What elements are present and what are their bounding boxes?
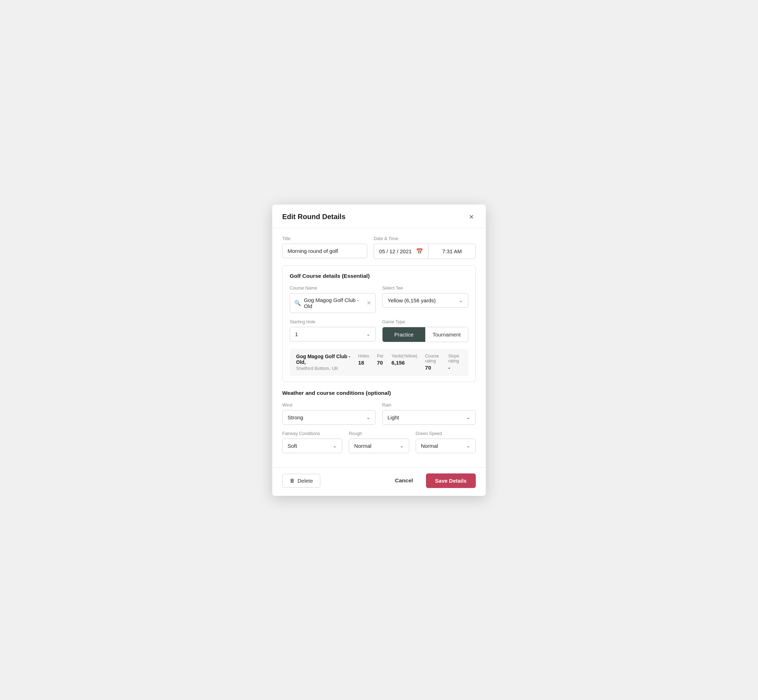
course-info-box: Gog Magog Golf Club - Old, Shelford Bott… (290, 348, 468, 376)
stat-holes: Holes 18 (359, 353, 370, 370)
select-tee-dropdown[interactable]: Yellow (6,156 yards) ⌄ (382, 293, 468, 308)
weather-section-title: Weather and course conditions (optional) (282, 390, 476, 396)
slope-rating-value: - (448, 364, 450, 370)
date-field[interactable]: 05 / 12 / 2021 📅 (374, 244, 429, 259)
yards-label: Yards(Yellow) (392, 353, 417, 359)
course-name-value: Gog Magog Golf Club - Old (304, 297, 364, 309)
course-rating-value: 70 (425, 364, 431, 370)
title-label: Title (282, 236, 367, 241)
game-type-label: Game Type (382, 319, 468, 324)
stat-course-rating: Course rating 70 (425, 353, 440, 370)
starting-hole-dropdown[interactable]: 1 ⌄ (290, 327, 376, 341)
practice-button[interactable]: Practice (382, 327, 425, 342)
delete-label: Delete (298, 478, 313, 484)
time-field[interactable]: 7:31 AM (429, 244, 475, 259)
wind-group: Wind Strong ⌄ (282, 403, 376, 425)
chevron-down-icon: ⌄ (459, 297, 463, 303)
green-speed-label: Green Speed (416, 431, 476, 436)
starting-hole-label: Starting Hole (290, 319, 376, 324)
rain-value: Light (388, 414, 399, 420)
rough-dropdown[interactable]: Normal ⌄ (349, 439, 409, 453)
datetime-label: Date & Time (374, 236, 476, 241)
course-rating-label: Course rating (425, 353, 440, 364)
date-value: 05 / 12 / 2021 (379, 248, 412, 254)
edit-round-modal: Edit Round Details × Title Date & Time 0… (272, 205, 486, 496)
par-value: 70 (377, 359, 383, 366)
cancel-button[interactable]: Cancel (389, 474, 419, 487)
course-name-group: Course Name 🔍 Gog Magog Golf Club - Old … (290, 286, 376, 313)
rain-label: Rain (382, 403, 476, 408)
stat-par: Par 70 (377, 353, 384, 370)
save-button[interactable]: Save Details (426, 473, 476, 488)
select-tee-value: Yellow (6,156 yards) (388, 297, 435, 303)
green-speed-group: Green Speed Normal ⌄ (416, 431, 476, 453)
chevron-down-icon-rough: ⌄ (399, 443, 404, 448)
holes-value: 18 (359, 359, 365, 366)
wind-rain-row: Wind Strong ⌄ Rain Light ⌄ (282, 403, 476, 425)
select-tee-group: Select Tee Yellow (6,156 yards) ⌄ (382, 286, 468, 313)
time-value: 7:31 AM (442, 248, 462, 254)
starting-hole-group: Starting Hole 1 ⌄ (290, 319, 376, 342)
wind-value: Strong (288, 414, 303, 420)
game-type-group: Game Type Practice Tournament (382, 319, 468, 342)
modal-title: Edit Round Details (282, 213, 346, 221)
fairway-value: Soft (288, 443, 297, 449)
calendar-icon: 📅 (416, 248, 423, 255)
green-speed-value: Normal (421, 443, 438, 449)
course-tee-row: Course Name 🔍 Gog Magog Golf Club - Old … (290, 286, 468, 313)
title-input[interactable] (282, 244, 367, 258)
chevron-down-icon-fairway: ⌄ (333, 443, 337, 448)
stat-slope-rating: Slope rating - (448, 353, 462, 370)
tournament-button[interactable]: Tournament (425, 327, 468, 342)
delete-button[interactable]: 🗑 Delete (282, 474, 320, 488)
fairway-group: Fairway Conditions Soft ⌄ (282, 431, 342, 453)
golf-course-section: Golf Course details (Essential) Course N… (282, 266, 476, 382)
chevron-down-icon-hole: ⌄ (366, 331, 370, 337)
search-icon: 🔍 (294, 300, 301, 306)
datetime-group: Date & Time 05 / 12 / 2021 📅 7:31 AM (374, 236, 476, 259)
title-group: Title (282, 236, 367, 259)
trash-icon: 🗑 (290, 478, 294, 483)
course-name-label: Course Name (290, 286, 376, 291)
chevron-down-icon-rain: ⌄ (466, 414, 470, 420)
course-info-name: Gog Magog Golf Club - Old, (296, 353, 351, 365)
hole-gametype-row: Starting Hole 1 ⌄ Game Type Practice Tou… (290, 319, 468, 342)
chevron-down-icon-green: ⌄ (466, 443, 470, 448)
course-stats: Holes 18 Par 70 Yards(Yellow) 6,156 Cour… (359, 353, 462, 370)
modal-body: Title Date & Time 05 / 12 / 2021 📅 7:31 … (272, 228, 486, 467)
yards-value: 6,156 (392, 359, 405, 366)
wind-dropdown[interactable]: Strong ⌄ (282, 410, 376, 425)
select-tee-label: Select Tee (382, 286, 468, 291)
modal-header: Edit Round Details × (272, 205, 486, 228)
green-speed-dropdown[interactable]: Normal ⌄ (416, 439, 476, 453)
fairway-label: Fairway Conditions (282, 431, 342, 436)
modal-footer: 🗑 Delete Cancel Save Details (272, 467, 486, 496)
close-button[interactable]: × (467, 212, 476, 222)
par-label: Par (377, 353, 384, 359)
weather-section: Weather and course conditions (optional)… (282, 390, 476, 453)
rough-label: Rough (349, 431, 409, 436)
rain-dropdown[interactable]: Light ⌄ (382, 410, 476, 425)
title-date-row: Title Date & Time 05 / 12 / 2021 📅 7:31 … (282, 236, 476, 259)
wind-label: Wind (282, 403, 376, 408)
game-type-toggle: Practice Tournament (382, 327, 468, 342)
fairway-dropdown[interactable]: Soft ⌄ (282, 439, 342, 453)
clear-icon[interactable]: ✕ (366, 300, 371, 306)
rough-value: Normal (354, 443, 371, 449)
slope-rating-label: Slope rating (448, 353, 462, 364)
holes-label: Holes (359, 353, 370, 359)
course-info-location: Shelford Bottom, UK (296, 366, 351, 371)
golf-course-title: Golf Course details (Essential) (290, 273, 468, 279)
rough-group: Rough Normal ⌄ (349, 431, 409, 453)
footer-right: Cancel Save Details (389, 473, 476, 488)
fairway-rough-green-row: Fairway Conditions Soft ⌄ Rough Normal ⌄… (282, 431, 476, 453)
starting-hole-value: 1 (295, 331, 298, 337)
rain-group: Rain Light ⌄ (382, 403, 476, 425)
date-time-container: 05 / 12 / 2021 📅 7:31 AM (374, 244, 476, 259)
course-name-input[interactable]: 🔍 Gog Magog Golf Club - Old ✕ (290, 293, 376, 313)
chevron-down-icon-wind: ⌄ (366, 414, 370, 420)
stat-yards: Yards(Yellow) 6,156 (392, 353, 417, 370)
course-info-left: Gog Magog Golf Club - Old, Shelford Bott… (296, 353, 351, 371)
